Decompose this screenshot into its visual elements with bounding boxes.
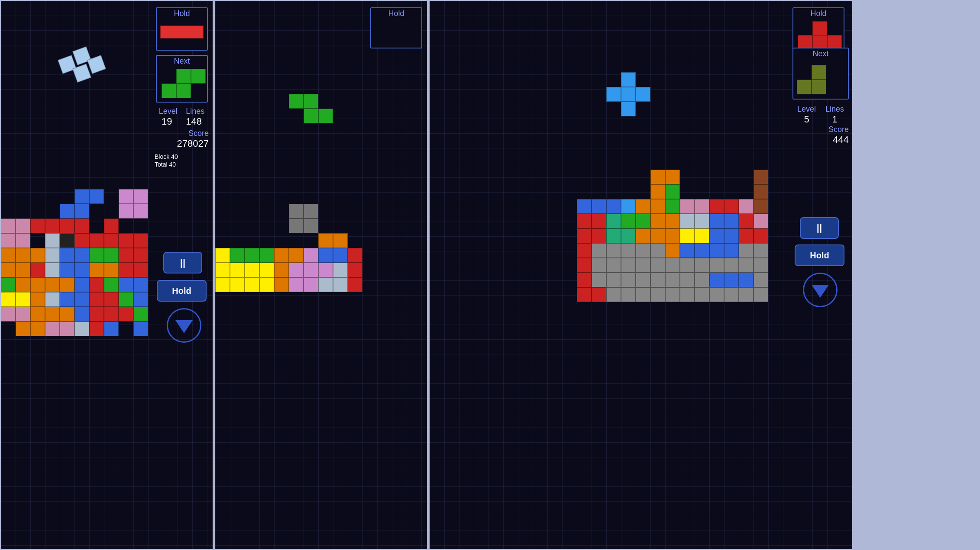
s3-55: [739, 243, 754, 258]
hold-button-3[interactable]: Hold: [795, 244, 844, 266]
s3-27: [709, 214, 724, 228]
stack-1-60: [89, 292, 104, 307]
bot-2l: [289, 248, 304, 263]
s3-75: [650, 273, 665, 287]
s3-29: [739, 214, 754, 228]
s3-82: [754, 273, 768, 287]
s3-7: [606, 199, 621, 214]
s3-80: [724, 273, 739, 287]
s3-41: [724, 228, 739, 243]
s3-36: [650, 228, 665, 243]
stack-1-53: [133, 277, 148, 292]
s3-93: [724, 287, 739, 302]
level-value-1: 19: [162, 116, 172, 127]
stack-1-72: [119, 307, 133, 322]
s3-33: [606, 228, 621, 243]
s3-21: [621, 214, 636, 228]
stack-1-25: [16, 248, 30, 263]
bot-2n: [289, 263, 304, 277]
s3-56: [754, 243, 768, 258]
bot-2r: [318, 248, 333, 263]
stack-1-49: [74, 277, 89, 292]
stack-1-16: [1, 233, 16, 248]
pause-button-1[interactable]: ||: [163, 252, 202, 273]
s3-61: [636, 258, 650, 273]
s3-44: [577, 243, 592, 258]
gray-2d: [304, 219, 318, 233]
down-button-1[interactable]: [167, 308, 201, 343]
s3-10: [650, 199, 665, 214]
s3-48: [636, 243, 650, 258]
s3-42: [739, 228, 754, 243]
stack-1-26: [30, 248, 45, 263]
s3-3: [650, 184, 665, 199]
total-label-1: Total 40: [155, 161, 176, 168]
next-piece-1c: [162, 84, 176, 98]
next-piece-1b: [191, 69, 206, 84]
active-3e: [621, 102, 636, 116]
stack-1-30: [89, 248, 104, 263]
stack-1-18: [45, 233, 60, 248]
bot-2s: [333, 248, 348, 263]
s3-77: [680, 273, 695, 287]
bot-2aa: [274, 277, 289, 292]
s3-22: [636, 214, 650, 228]
level-value-3: 5: [804, 114, 809, 125]
level-label-3: Level: [797, 105, 816, 114]
stack-1-42: [119, 263, 133, 277]
bot-2i: [245, 263, 259, 277]
s3-6: [592, 199, 606, 214]
s3-50: [665, 243, 680, 258]
stack-1-70: [89, 307, 104, 322]
hold-label-2: Hold: [371, 8, 421, 19]
game-panel-2: Hold Next Level Lines 15 1 Score 79: [214, 0, 428, 550]
s3-23: [650, 214, 665, 228]
stack-1-11: [30, 219, 45, 233]
s3-92: [709, 287, 724, 302]
next-3a: [812, 65, 826, 80]
s3-17: [754, 199, 768, 214]
stack-1-31: [104, 248, 119, 263]
hold-label-1: Hold: [157, 8, 207, 19]
bot-2e: [259, 248, 274, 263]
stack-1-14: [74, 219, 89, 233]
s3-24: [665, 214, 680, 228]
down-button-3[interactable]: [803, 273, 838, 307]
s3-46: [606, 243, 621, 258]
hold-button-1[interactable]: Hold: [157, 280, 207, 302]
s3-4: [665, 184, 680, 199]
gray-2c: [289, 219, 304, 233]
active-3c: [621, 87, 636, 102]
bot-2ac: [304, 277, 318, 292]
active-2a: [289, 94, 304, 109]
pause-button-3[interactable]: ||: [800, 217, 839, 239]
stack-1-69: [74, 307, 89, 322]
s3-34: [621, 228, 636, 243]
stack-1-48: [60, 277, 74, 292]
bot-2a: [318, 233, 333, 248]
stack-1-5: [119, 204, 133, 219]
s3-57: [577, 258, 592, 273]
stack-1-64: [1, 307, 16, 322]
next-box-3: Next: [792, 48, 849, 100]
active-3b: [606, 87, 621, 102]
s3-53: [709, 243, 724, 258]
stack-1-81: [133, 322, 148, 336]
bot-2z: [259, 277, 274, 292]
next-3b: [797, 80, 812, 94]
bot-2q: [318, 263, 333, 277]
stack-1-65: [16, 307, 30, 322]
s3-32: [592, 228, 606, 243]
active-2b: [304, 94, 318, 109]
s3-2: [665, 170, 680, 184]
stack-1-71: [104, 307, 119, 322]
s3-25: [680, 214, 695, 228]
bot-2ab: [289, 277, 304, 292]
s3-62: [650, 258, 665, 273]
stack-1-6: [133, 204, 148, 219]
stack-1-10: [16, 219, 30, 233]
s3-65: [695, 258, 709, 273]
s3-70: [577, 273, 592, 287]
stack-1-80: [104, 322, 119, 336]
game-panel-1: Hold Next Level Lines 19 148 Score 27802…: [0, 0, 213, 550]
